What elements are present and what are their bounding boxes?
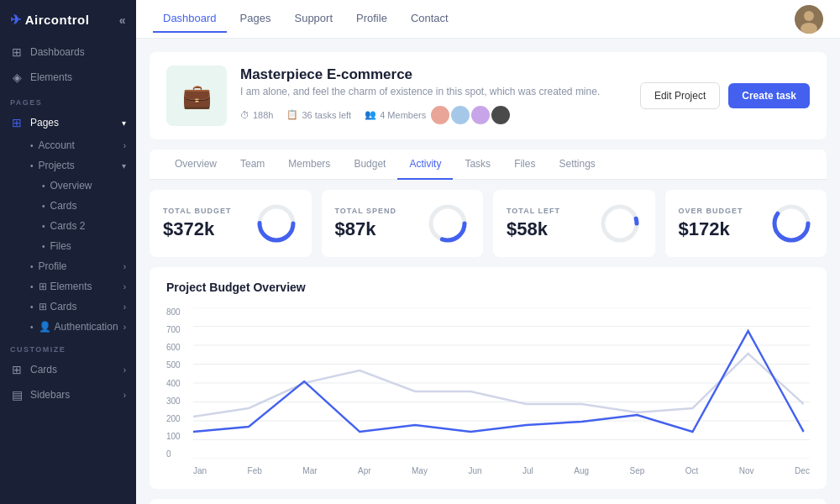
sidebar-item-pages[interactable]: ⊞ Pages ▾ — [0, 110, 136, 135]
elements2-icon: ⊞ — [39, 281, 47, 292]
budget-donut — [255, 202, 298, 245]
chart-area: 800 700 600 500 400 300 200 100 0 — [166, 307, 810, 475]
pages-section-label: PAGES — [0, 90, 136, 110]
sidebar-item-elements[interactable]: ◈ Elements — [0, 65, 136, 90]
topnav-link-profile[interactable]: Profile — [346, 5, 397, 33]
sidebar-item-dashboards[interactable]: ⊞ Dashboards — [0, 39, 136, 65]
sidebar-item-label: Account — [39, 139, 75, 151]
tab-files[interactable]: Files — [502, 150, 547, 180]
stat-card-total-budget: TOTAL BUDGET $372k — [150, 190, 312, 257]
content-area: 💼 Masterpiece E-commerce I am alone, and… — [136, 39, 840, 504]
sidebar: ✈ Aircontrol « ⊞ Dashboards ◈ Elements P… — [0, 0, 136, 504]
project-meta: ⏱ 188h 📋 36 tasks left 👥 4 Members — [240, 104, 627, 126]
sidebar-item-cards2[interactable]: Cards 2 — [0, 216, 136, 236]
topnav-link-pages[interactable]: Pages — [230, 5, 281, 33]
sidebar-item-cards-customize[interactable]: ⊞ Cards › — [0, 357, 136, 382]
sidebar-item-label: Cards — [30, 364, 57, 375]
pages-icon: ⊞ — [10, 116, 24, 129]
stat-card-total-left: TOTAL LEFT $58k — [493, 190, 655, 257]
project-hours: ⏱ 188h — [240, 110, 273, 120]
chevron-right-icon: › — [123, 302, 126, 312]
project-icon: 💼 — [166, 66, 227, 126]
sidebar-item-label: Files — [50, 240, 71, 252]
member-avatar-1 — [429, 104, 451, 126]
sidebar-item-label: Sidebars — [30, 389, 70, 401]
chevron-right-icon: › — [123, 262, 126, 271]
stat-value: $172k — [679, 218, 743, 240]
chevron-right-icon: › — [123, 141, 126, 150]
topnav: Dashboard Pages Support Profile Contact — [136, 0, 840, 39]
main-area: Dashboard Pages Support Profile Contact … — [136, 0, 840, 504]
authentication-icon: 👤 — [39, 321, 51, 333]
sidebar-item-cards[interactable]: Cards — [0, 196, 136, 216]
member-avatar-2 — [449, 104, 471, 126]
sidebar-item-account[interactable]: Account › — [0, 135, 136, 155]
inner-tabs-container: Overview Team Members Budget Activity Ta… — [150, 150, 827, 180]
chevron-right-icon: › — [123, 391, 126, 400]
stat-label: TOTAL SPEND — [335, 207, 397, 215]
sidebar-collapse-button[interactable]: « — [119, 13, 126, 27]
sidebar-item-label: Pages — [30, 117, 59, 129]
svg-point-7 — [603, 207, 637, 240]
sidebar-item-overview[interactable]: Overview — [0, 176, 136, 196]
sidebar-item-sidebars[interactable]: ▤ Sidebars › — [0, 382, 136, 407]
sidebar-item-label: Authentication — [55, 321, 118, 333]
sidebar-item-files[interactable]: Files — [0, 236, 136, 256]
stat-card-over-budget: OVER BUDGET $172k — [665, 190, 827, 257]
chart-title: Project Budget Overview — [166, 281, 810, 294]
user-avatar[interactable] — [795, 5, 823, 34]
sidebar-item-label: Cards — [50, 200, 77, 212]
tab-activity[interactable]: Activity — [397, 150, 453, 180]
project-title: Masterpiece E-commerce — [240, 66, 627, 83]
stat-label: TOTAL LEFT — [507, 207, 560, 215]
chart-y-labels: 800 700 600 500 400 300 200 100 0 — [166, 307, 190, 459]
topnav-link-support[interactable]: Support — [284, 5, 343, 33]
project-header-card: 💼 Masterpiece E-commerce I am alone, and… — [150, 52, 827, 139]
brand-icon: ✈ — [10, 13, 22, 27]
over-budget-donut — [769, 202, 813, 245]
left-donut — [598, 202, 642, 245]
chevron-right-icon: › — [123, 323, 126, 332]
create-task-button[interactable]: Create task — [728, 83, 810, 108]
chevron-right-icon: › — [123, 282, 126, 291]
spend-donut — [426, 202, 470, 245]
stat-label: TOTAL BUDGET — [163, 207, 232, 215]
tab-overview[interactable]: Overview — [163, 150, 228, 180]
tab-tasks[interactable]: Tasks — [453, 150, 502, 180]
topnav-link-dashboard[interactable]: Dashboard — [153, 5, 227, 33]
stat-value: $87k — [335, 218, 397, 240]
sidebar-item-elements2[interactable]: ⊞ Elements › — [0, 276, 136, 297]
stat-card-total-spend: TOTAL SPEND $87k — [322, 190, 484, 257]
svg-point-1 — [804, 11, 814, 21]
sidebar-item-profile[interactable]: Profile › — [0, 256, 136, 276]
sidebar-item-label: Elements — [50, 281, 92, 292]
tab-budget[interactable]: Budget — [342, 150, 397, 180]
member-avatar-4 — [490, 104, 512, 126]
tab-team[interactable]: Team — [228, 150, 276, 180]
project-actions: Edit Project Create task — [640, 82, 810, 109]
dashboards-icon: ⊞ — [10, 45, 24, 59]
sidebar-item-projects[interactable]: Projects ▾ — [0, 155, 136, 176]
chart-svg-area — [193, 307, 810, 459]
cards-customize-icon: ⊞ — [10, 363, 24, 376]
sidebar-item-label: Cards — [50, 301, 77, 312]
stats-row: TOTAL BUDGET $372k TOTAL SPEND $87k — [150, 190, 827, 257]
sidebar-item-label: Dashboards — [30, 46, 85, 58]
sidebar-brand: ✈ Aircontrol « — [0, 0, 136, 39]
tab-settings[interactable]: Settings — [547, 150, 606, 180]
sidebar-item-authentication[interactable]: 👤 Authentication › — [0, 317, 136, 337]
stat-label: OVER BUDGET — [679, 207, 743, 215]
edit-project-button[interactable]: Edit Project — [640, 82, 720, 109]
tab-members[interactable]: Members — [276, 150, 342, 180]
topnav-link-contact[interactable]: Contact — [401, 5, 459, 33]
sidebar-item-label: Overview — [50, 180, 92, 192]
member-avatars — [429, 104, 512, 126]
inner-tabs: Overview Team Members Budget Activity Ta… — [150, 150, 827, 180]
sidebar-item-label: Cards 2 — [50, 220, 86, 232]
sidebar-item-cards3[interactable]: ⊞ Cards › — [0, 297, 136, 317]
sidebar-item-label: Elements — [30, 71, 72, 83]
customize-section-label: CUSTOMIZE — [0, 337, 136, 357]
brand-name: Aircontrol — [25, 13, 90, 27]
budget-overview-chart-card: Project Budget Overview 800 700 600 500 … — [150, 267, 827, 489]
elements-icon: ◈ — [10, 71, 24, 84]
